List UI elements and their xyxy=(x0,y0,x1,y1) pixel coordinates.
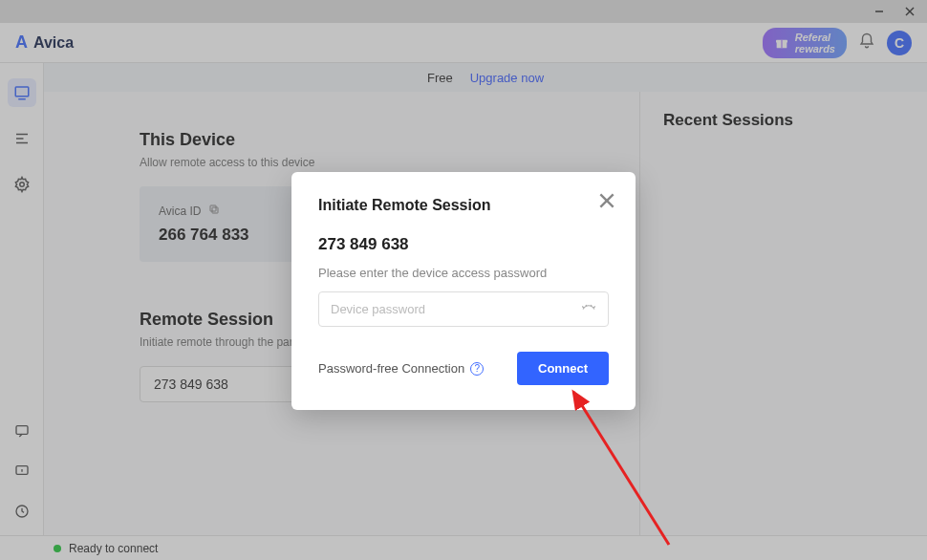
initiate-session-modal: Initiate Remote Session 273 849 638 Plea… xyxy=(291,172,636,410)
device-password-input[interactable] xyxy=(318,291,609,327)
modal-title: Initiate Remote Session xyxy=(318,197,609,214)
help-icon[interactable]: ? xyxy=(470,362,484,376)
modal-connect-button[interactable]: Connect xyxy=(517,352,609,385)
modal-close-button[interactable] xyxy=(599,193,614,212)
svg-line-21 xyxy=(593,306,595,308)
toggle-password-visibility-icon[interactable] xyxy=(580,299,597,320)
modal-overlay: Initiate Remote Session 273 849 638 Plea… xyxy=(0,0,927,560)
password-free-label[interactable]: Password-free Connection xyxy=(318,361,464,376)
modal-prompt: Please enter the device access password xyxy=(318,266,609,280)
modal-remote-id: 273 849 638 xyxy=(318,235,609,254)
svg-line-20 xyxy=(582,306,584,308)
svg-line-23 xyxy=(591,305,592,307)
svg-line-22 xyxy=(586,305,587,307)
